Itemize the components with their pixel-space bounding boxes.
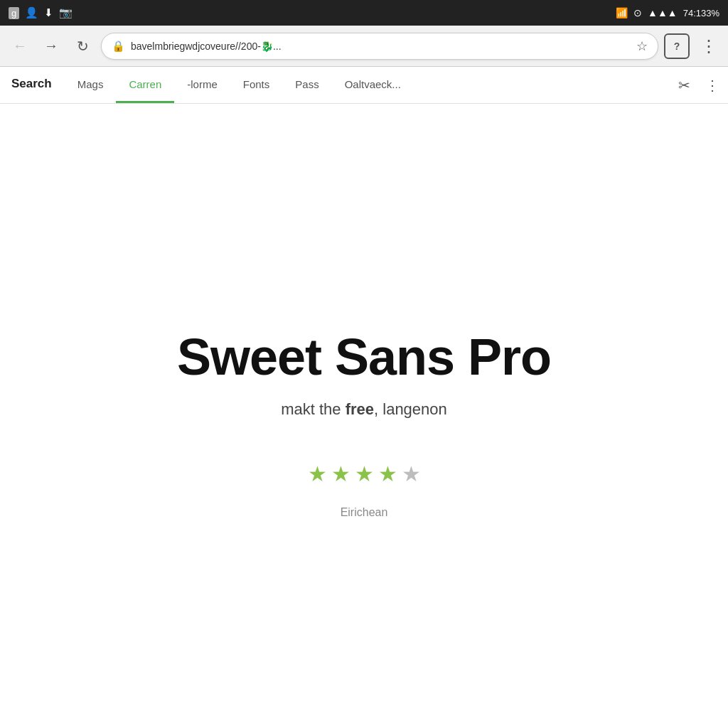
help-button[interactable]: ? [664, 33, 690, 59]
back-button[interactable]: ← [7, 33, 33, 59]
browser-menu-button[interactable]: ⋮ [695, 33, 721, 59]
subtitle-suffix: , langenon [374, 400, 447, 418]
tab-search[interactable]: Search [3, 67, 65, 103]
tab-fonts[interactable]: Fonts [230, 67, 283, 103]
tab-lorme[interactable]: -lorme [174, 67, 230, 103]
clock-icon: ⊙ [633, 7, 642, 18]
address-bar[interactable]: 🔒 bavelmbriegwdjcoveure//200-🐉... ☆ [101, 33, 658, 60]
lock-icon: 🔒 [112, 40, 125, 53]
star-1: ★ [308, 461, 327, 486]
tab-oaltvaeck[interactable]: Oaltvaeck... [332, 67, 414, 103]
star-4: ★ [378, 461, 397, 486]
tab-bar-actions: ✂ ⋮ [671, 73, 725, 98]
browser-chrome: ← → ↻ 🔒 bavelmbriegwdjcoveure//200-🐉... … [0, 26, 728, 67]
subtitle-bold: free [346, 400, 374, 418]
rating-label: Eirichean [341, 506, 388, 519]
signal-icon: ▲▲▲ [648, 7, 678, 18]
subtitle-prefix: makt the [281, 400, 345, 418]
tab-carren[interactable]: Carren [116, 67, 174, 103]
battery-text: 74:133% [683, 8, 719, 18]
address-text: bavelmbriegwdjcoveure//200-🐉... [131, 41, 631, 52]
stars-rating: ★ ★ ★ ★ ★ [308, 461, 421, 486]
refresh-button[interactable]: ↻ [70, 33, 95, 59]
forward-button[interactable]: → [38, 33, 64, 59]
status-right: 📶 ⊙ ▲▲▲ 74:133% [616, 7, 719, 18]
status-left: g 👤 ⬇ 📷 [9, 6, 73, 19]
tab-menu-button[interactable]: ⋮ [700, 73, 725, 98]
scissors-button[interactable]: ✂ [671, 73, 697, 98]
tab-mags[interactable]: Mags [65, 67, 117, 103]
star-3: ★ [355, 461, 374, 486]
main-content: Sweet Sans Pro makt the free, langenon ★… [0, 104, 728, 728]
status-icon-2: 👤 [25, 6, 38, 19]
font-subtitle: makt the free, langenon [281, 400, 447, 419]
star-5: ★ [402, 461, 421, 486]
star-2: ★ [331, 461, 350, 486]
status-icon-1: g [9, 7, 19, 19]
wifi-icon: 📶 [616, 7, 628, 18]
font-title: Sweet Sans Pro [177, 328, 551, 386]
bookmark-icon[interactable]: ☆ [636, 38, 648, 54]
status-bar: g 👤 ⬇ 📷 📶 ⊙ ▲▲▲ 74:133% [0, 0, 728, 26]
tab-bar: Search Mags Carren -lorme Fonts Pass Oal… [0, 67, 728, 104]
status-icon-4: 📷 [59, 6, 73, 19]
status-icon-3: ⬇ [44, 6, 53, 19]
tab-pass[interactable]: Pass [282, 67, 331, 103]
